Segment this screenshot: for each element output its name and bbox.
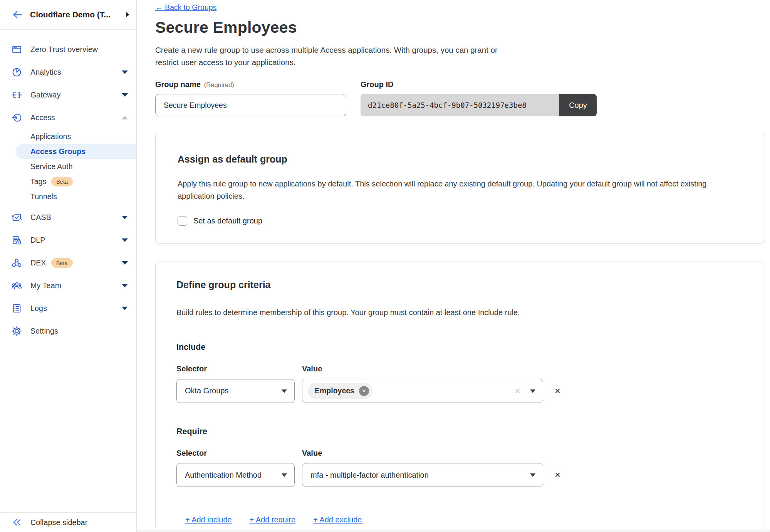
add-exclude-link[interactable]: + Add exclude (313, 515, 362, 524)
sidebar-item-analytics[interactable]: Analytics (0, 61, 136, 84)
include-value-multiselect[interactable]: Employees ✕ ✕ (302, 379, 543, 403)
chevron-down-icon (122, 261, 128, 265)
require-selector-value: Authentication Method (185, 471, 262, 480)
page-bottom-edge (137, 530, 770, 532)
sidebar-item-logs[interactable]: Logs (0, 297, 136, 320)
group-identity-row: Group name (Required) Group ID d21ce80f-… (155, 80, 765, 116)
default-group-card: Assign as default group Apply this rule … (155, 133, 765, 244)
page-title: Secure Employees (155, 19, 765, 36)
collapse-sidebar-button[interactable]: Collapse sidebar (0, 512, 136, 532)
back-arrow-icon[interactable] (11, 8, 24, 21)
sync-check-icon (12, 212, 22, 223)
chevron-down-icon (122, 284, 128, 287)
chevron-down-icon (122, 216, 128, 219)
group-name-input[interactable] (155, 94, 346, 116)
collapse-sidebar-label: Collapse sidebar (30, 518, 87, 527)
pie-chart-icon (12, 67, 22, 77)
sidebar-item-label: Access (30, 113, 55, 122)
chevron-down-icon (122, 307, 128, 310)
sidebar-item-my-team[interactable]: My Team (0, 274, 136, 297)
clear-values-icon[interactable]: ✕ (514, 386, 521, 396)
sidebar-item-label: Analytics (30, 68, 61, 77)
criteria-card: Define group criteria Build rules to det… (155, 262, 765, 529)
sidebar-item-label: Applications (30, 132, 71, 141)
require-value-dropdown[interactable]: mfa - multiple-factor authentication (302, 463, 543, 487)
sidebar-item-access[interactable]: Access (0, 106, 136, 129)
browser-window-icon (12, 44, 22, 55)
sidebar-item-applications[interactable]: Applications (0, 129, 136, 144)
main-content: ← Back to Groups Secure Employees Create… (137, 0, 770, 532)
group-name-field-group: Group name (Required) (155, 80, 346, 116)
value-chip-label: Employees (315, 386, 354, 395)
sidebar-item-label: Zero Trust overview (30, 45, 98, 54)
chevron-down-icon (122, 93, 128, 97)
sidebar-header: Cloudflare Demo (T... (0, 0, 136, 30)
sidebar-item-settings[interactable]: Settings (0, 320, 136, 342)
sidebar-item-casb[interactable]: CASB (0, 206, 136, 229)
people-icon (12, 280, 22, 291)
sidebar-item-label: Tags (30, 177, 46, 186)
sidebar-item-tunnels[interactable]: Tunnels (0, 189, 136, 204)
beta-badge: Beta (51, 177, 73, 187)
sidebar-item-label: DLP (30, 236, 45, 245)
add-include-link[interactable]: + Add include (185, 515, 232, 524)
include-selector-dropdown[interactable]: Okta Groups (176, 379, 295, 403)
require-rule-row: Authentication Method mfa - multiple-fac… (176, 463, 744, 487)
sidebar-item-dex[interactable]: DEX Beta (0, 252, 136, 274)
gear-icon (12, 326, 22, 336)
require-selector-label: Selector (176, 449, 302, 458)
account-menu-expand-icon[interactable] (126, 12, 129, 17)
chevron-up-icon (122, 116, 128, 119)
sidebar-item-label: Gateway (30, 91, 60, 99)
default-group-card-title: Assign as default group (178, 153, 743, 165)
dropdown-caret-icon (282, 473, 287, 477)
group-name-label: Group name (155, 80, 201, 89)
sidebar-item-tags[interactable]: Tags Beta (0, 174, 136, 189)
sidebar: Cloudflare Demo (T... Zero Trust overvie… (0, 0, 137, 532)
include-rule-row: Okta Groups Employees ✕ ✕ ✕ (176, 379, 744, 403)
sidebar-item-label: Tunnels (30, 192, 57, 201)
default-group-checkbox[interactable] (178, 216, 187, 226)
sidebar-item-label: Logs (30, 304, 47, 313)
require-heading: Require (176, 427, 744, 436)
group-id-value: d21ce80f-5a25-4bcf-9b07-5032197e3be8 (361, 94, 559, 116)
require-value: mfa - multiple-factor authentication (310, 471, 429, 480)
sidebar-item-gateway[interactable]: Gateway (0, 84, 136, 106)
left-arrow-icon: ← (155, 3, 163, 12)
include-selector-label: Selector (176, 364, 302, 373)
sidebar-item-label: My Team (30, 281, 61, 290)
copy-button[interactable]: Copy (559, 94, 597, 116)
rule-actions: + Add include + Add require + Add exclud… (176, 515, 744, 524)
sidebar-item-dlp[interactable]: DLP (0, 229, 136, 252)
group-id-label: Group ID (361, 80, 394, 89)
criteria-card-description: Build rules to determine membership of t… (176, 306, 739, 319)
sidebar-item-zero-trust-overview[interactable]: Zero Trust overview (0, 38, 136, 61)
dropdown-caret-icon (530, 389, 535, 393)
back-link-label: Back to Groups (165, 3, 216, 12)
required-hint: (Required) (204, 81, 234, 89)
remove-chip-icon[interactable]: ✕ (359, 386, 369, 396)
chevron-down-icon (122, 70, 128, 74)
sidebar-item-label: Settings (30, 327, 58, 336)
list-document-icon (12, 303, 22, 314)
add-require-link[interactable]: + Add require (250, 515, 296, 524)
sidebar-item-service-auth[interactable]: Service Auth (0, 159, 136, 174)
network-nodes-icon (12, 258, 22, 268)
sidebar-nav: Zero Trust overview Analytics Gateway (0, 30, 136, 342)
back-to-groups-link[interactable]: ← Back to Groups (155, 3, 216, 12)
chevron-down-icon (122, 238, 128, 242)
sidebar-item-access-groups[interactable]: Access Groups (15, 144, 136, 159)
value-chip: Employees ✕ (308, 383, 372, 399)
include-heading: Include (176, 342, 744, 352)
default-group-checkbox-label: Set as default group (193, 216, 262, 225)
include-selector-value: Okta Groups (185, 386, 228, 395)
sidebar-item-label: Service Auth (30, 162, 72, 171)
criteria-card-title: Define group criteria (176, 279, 744, 291)
remove-include-rule-icon[interactable]: ✕ (554, 386, 561, 396)
sidebar-item-label: CASB (30, 213, 51, 222)
gateway-icon (12, 90, 22, 100)
require-selector-dropdown[interactable]: Authentication Method (176, 463, 295, 487)
account-title: Cloudflare Demo (T... (30, 10, 126, 19)
remove-require-rule-icon[interactable]: ✕ (554, 470, 561, 480)
sidebar-item-label: Access Groups (30, 147, 86, 156)
